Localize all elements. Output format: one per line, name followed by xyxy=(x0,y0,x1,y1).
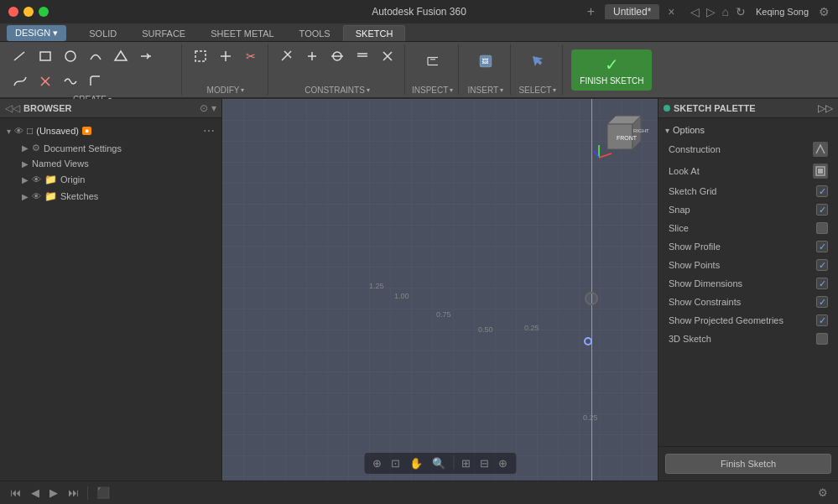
vp-fit-icon[interactable]: ⊡ xyxy=(388,455,403,471)
new-tab-button[interactable]: + xyxy=(584,4,598,19)
browser-item-arrow-doc: ▶ xyxy=(22,143,29,153)
timeline-play-button[interactable]: ▶ xyxy=(46,485,61,501)
timeline-stop-button[interactable]: ⬛ xyxy=(93,485,113,501)
option-show-projected[interactable]: Show Projected Geometries ✓ xyxy=(658,311,838,330)
tab-surface[interactable]: SURFACE xyxy=(129,25,198,41)
design-button[interactable]: DESIGN ▾ xyxy=(7,25,66,41)
tab-sketch[interactable]: SKETCH xyxy=(343,25,406,41)
vp-nav-icon[interactable]: ⊕ xyxy=(369,455,385,471)
timeline-start-button[interactable]: ⏮ xyxy=(7,485,24,501)
inspect-icon[interactable] xyxy=(418,44,448,78)
viewcube[interactable]: FRONT RIGHT xyxy=(591,107,649,166)
option-slice[interactable]: Slice xyxy=(658,219,838,237)
arc-tool-icon[interactable] xyxy=(84,44,107,68)
finish-sketch-button[interactable]: ✓ FINISH SKETCH xyxy=(571,49,652,91)
nav-back-icon[interactable]: ◁ xyxy=(690,5,700,18)
3d-sketch-checkbox[interactable] xyxy=(816,333,828,345)
modify-icon1[interactable] xyxy=(189,44,212,68)
mirror-tool-icon[interactable] xyxy=(59,70,82,93)
constraint-icon3[interactable] xyxy=(325,44,349,68)
grid-label-125: 1.25 xyxy=(369,282,384,290)
timeline-prev-button[interactable]: ◀ xyxy=(28,485,43,501)
settings-icon[interactable]: ⚙ xyxy=(819,5,830,18)
maximize-traffic-light[interactable] xyxy=(39,7,49,17)
sketch-grid-checkbox[interactable]: ✓ xyxy=(816,185,828,197)
polygon-tool-icon[interactable] xyxy=(109,44,133,68)
insert-icon[interactable]: 🖼 xyxy=(471,44,501,78)
show-profile-checkbox[interactable]: ✓ xyxy=(816,241,828,252)
option-show-dimensions[interactable]: Show Dimensions ✓ xyxy=(658,274,838,293)
option-snap-label: Snap xyxy=(669,205,690,215)
modify-icon3[interactable]: ✂ xyxy=(239,44,263,68)
modify-icons: ✂ xyxy=(189,44,263,68)
browser-items: ▾ 👁 □ (Unsaved) ● ⋯ ▶ ⚙ Document Setting… xyxy=(0,118,221,481)
browser-item-sketches[interactable]: ▶ 👁 📁 Sketches xyxy=(0,188,221,205)
finish-sketch-palette-button[interactable]: Finish Sketch xyxy=(665,454,831,474)
offset-tool-icon[interactable] xyxy=(134,44,158,68)
settings-gear-button[interactable]: ⚙ xyxy=(815,485,831,501)
slice-checkbox[interactable] xyxy=(816,222,828,234)
option-snap[interactable]: Snap ✓ xyxy=(658,200,838,219)
tab-tools[interactable]: TOOLS xyxy=(287,25,343,41)
construction-icon-btn[interactable] xyxy=(813,142,828,157)
constraint-icon4[interactable] xyxy=(351,44,374,68)
browser-item-eye-sketches[interactable]: 👁 xyxy=(32,191,41,201)
line-tool-icon[interactable] xyxy=(8,44,32,68)
look-at-icon-btn[interactable] xyxy=(813,164,828,179)
rectangle-tool-icon[interactable] xyxy=(34,44,57,68)
fillet-tool-icon[interactable] xyxy=(84,70,107,93)
refresh-icon[interactable]: ↻ xyxy=(736,5,746,18)
option-3d-sketch[interactable]: 3D Sketch xyxy=(658,330,838,348)
browser-item-dot-menu-unsaved[interactable]: ⋯ xyxy=(203,124,215,138)
option-show-points[interactable]: Show Points ✓ xyxy=(658,256,838,274)
option-look-at[interactable]: Look At xyxy=(658,160,838,182)
browser-item-unsaved[interactable]: ▾ 👁 □ (Unsaved) ● ⋯ xyxy=(0,122,221,140)
snap-checkbox[interactable]: ✓ xyxy=(816,204,828,216)
option-show-profile[interactable]: Show Profile ✓ xyxy=(658,237,838,256)
select-icon[interactable] xyxy=(523,44,553,78)
option-show-constraints[interactable]: Show Constraints ✓ xyxy=(658,293,838,311)
tab-close-icon[interactable]: × xyxy=(666,5,676,18)
file-tab[interactable]: Untitled* xyxy=(605,4,659,19)
browser-item-eye-origin[interactable]: 👁 xyxy=(32,174,41,184)
browser-item-named-views[interactable]: ▶ Named Views xyxy=(0,156,221,171)
vp-pan-icon[interactable]: ✋ xyxy=(406,455,426,471)
option-sketch-grid[interactable]: Sketch Grid ✓ xyxy=(658,182,838,200)
constraint-icon1[interactable] xyxy=(275,44,299,68)
home-icon[interactable]: ⌂ xyxy=(722,5,729,18)
timeline-next-button[interactable]: ⏭ xyxy=(65,485,82,501)
trim-tool-icon[interactable] xyxy=(34,70,57,93)
show-dimensions-checkbox[interactable]: ✓ xyxy=(816,278,828,289)
browser-expand-icon[interactable]: ▾ xyxy=(211,102,216,114)
create-icons xyxy=(8,44,176,93)
sketch-palette-dot xyxy=(664,105,670,112)
circle-tool-icon[interactable] xyxy=(59,44,82,68)
constraint-icon2[interactable] xyxy=(300,44,324,68)
vp-grid-icon[interactable]: ⊞ xyxy=(458,455,474,471)
browser-item-eye-unsaved[interactable]: 👁 xyxy=(14,126,23,136)
vp-display-icon[interactable]: ⊟ xyxy=(476,455,492,471)
browser-item-origin[interactable]: ▶ 👁 📁 Origin xyxy=(0,171,221,188)
tab-sheet-metal[interactable]: SHEET METAL xyxy=(198,25,286,41)
tab-solid[interactable]: SOLID xyxy=(76,25,129,41)
browser-collapse-icon[interactable]: ◁◁ xyxy=(5,102,20,114)
spline-tool-icon[interactable] xyxy=(8,70,32,93)
nav-forward-icon[interactable]: ▷ xyxy=(706,5,716,18)
vp-more-icon[interactable]: ⊕ xyxy=(495,455,511,471)
finish-sketch-check-icon: ✓ xyxy=(605,55,619,75)
vp-zoom-icon[interactable]: 🔍 xyxy=(429,455,449,471)
minimize-traffic-light[interactable] xyxy=(23,7,34,17)
close-traffic-light[interactable] xyxy=(8,7,18,17)
sketch-palette-expand-icon[interactable]: ▷▷ xyxy=(818,102,833,114)
show-points-checkbox[interactable]: ✓ xyxy=(816,259,828,271)
browser-menu-icon[interactable]: ⊙ xyxy=(200,102,208,114)
modify-icon2[interactable] xyxy=(214,44,237,68)
viewport[interactable]: 1.25 1.00 0.75 0.50 0.25 0.25 0.50 FRONT… xyxy=(222,99,658,481)
browser-item-doc-settings[interactable]: ▶ ⚙ Document Settings xyxy=(0,140,221,156)
option-construction[interactable]: Construction xyxy=(658,138,838,160)
constraint-icon5[interactable] xyxy=(376,44,399,68)
options-section-header[interactable]: ▾ Options xyxy=(658,122,838,138)
show-constraints-checkbox[interactable]: ✓ xyxy=(816,296,828,308)
bottombar: ⏮ ◀ ▶ ⏭ ⬛ ⚙ xyxy=(0,481,838,504)
show-projected-checkbox[interactable]: ✓ xyxy=(816,314,828,326)
